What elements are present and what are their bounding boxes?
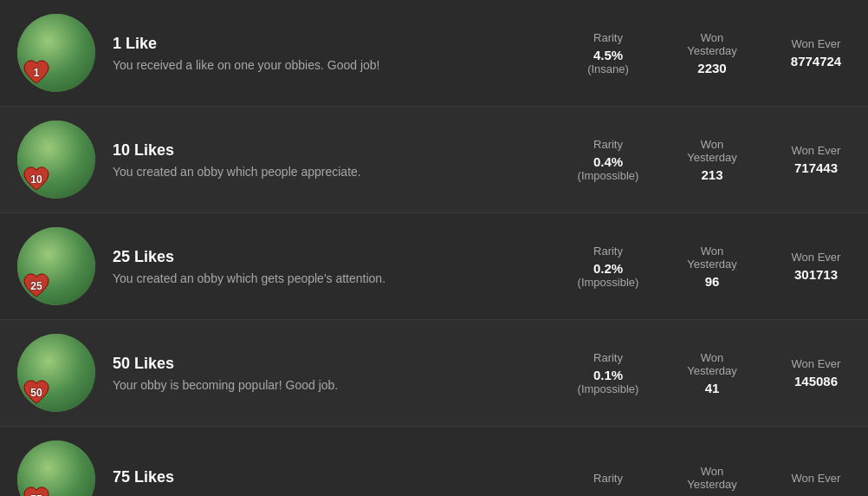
achievement-title: 75 Likes [113, 468, 573, 486]
badge-number: 10 [30, 173, 42, 186]
rarity-block: Rarity 0.1% (Impossible) [573, 351, 643, 395]
achievement-row: 10 10 LikesYou created an obby which peo… [0, 107, 868, 213]
rarity-value: 0.1% [573, 368, 643, 382]
rarity-block: Rarity 4.5% (Insane) [573, 31, 643, 75]
won-ever-block: Won Ever 717443 [781, 144, 851, 175]
won-yesterday-block: WonYesterday 41 [677, 351, 747, 395]
won-ever-label: Won Ever [781, 251, 851, 264]
won-yesterday-block: WonYesterday 2230 [677, 31, 747, 75]
achievement-stats: Rarity 4.5% (Insane) WonYesterday 2230 W… [573, 31, 851, 75]
badge-number: 1 [34, 67, 40, 79]
avatar-container: 50 [17, 334, 95, 412]
won-yesterday-block: WonYesterday 213 [677, 138, 747, 182]
won-ever-value: 8774724 [781, 54, 851, 69]
avatar-container: 25 [17, 227, 95, 305]
rarity-label: Rarity [573, 245, 643, 258]
avatar-container: 10 [17, 121, 95, 199]
achievement-title: 25 Likes [113, 248, 573, 266]
won-ever-block: Won Ever 145086 [781, 357, 851, 388]
won-ever-label: Won Ever [781, 472, 851, 485]
achievement-title: 10 Likes [113, 141, 573, 160]
rarity-block: Rarity 0.4% (Impossible) [573, 138, 643, 182]
won-yesterday-block: WonYesterday 96 [677, 245, 747, 289]
achievement-info: 75 Likes [113, 468, 573, 492]
achievement-description: You created an obby which gets people's … [113, 271, 573, 285]
won-ever-label: Won Ever [781, 37, 851, 50]
achievements-list: 1 1 LikeYou received a like on one your … [0, 0, 868, 496]
won-yesterday-label: WonYesterday [677, 465, 747, 491]
avatar-container: 1 [17, 14, 95, 92]
won-ever-value: 301713 [781, 267, 851, 282]
achievement-stats: Rarity WonYesterday Won Ever [573, 465, 851, 494]
won-yesterday-value: 96 [677, 274, 747, 289]
rarity-tier: (Impossible) [573, 169, 643, 182]
rarity-label: Rarity [573, 31, 643, 44]
rarity-value: 0.4% [573, 154, 643, 169]
won-ever-label: Won Ever [781, 144, 851, 157]
achievement-description: You created an obby which people appreci… [113, 165, 573, 179]
badge-number: 25 [30, 280, 42, 292]
won-ever-block: Won Ever [781, 472, 851, 488]
won-ever-block: Won Ever 301713 [781, 251, 851, 282]
achievement-description: You received a like on one your obbies. … [113, 58, 573, 72]
won-yesterday-value: 2230 [677, 61, 747, 75]
heart-badge: 75 [21, 484, 52, 496]
achievement-stats: Rarity 0.4% (Impossible) WonYesterday 21… [573, 138, 851, 182]
won-yesterday-label: WonYesterday [677, 351, 747, 377]
rarity-tier: (Impossible) [573, 382, 643, 395]
rarity-value: 0.2% [573, 261, 643, 276]
won-yesterday-value: 41 [677, 381, 747, 395]
won-yesterday-value: 213 [677, 167, 747, 182]
won-yesterday-block: WonYesterday [677, 465, 747, 494]
rarity-label: Rarity [573, 351, 643, 364]
won-yesterday-label: WonYesterday [677, 245, 747, 271]
achievement-stats: Rarity 0.2% (Impossible) WonYesterday 96… [573, 245, 851, 289]
badge-number: 50 [30, 387, 42, 399]
achievement-title: 1 Like [113, 35, 573, 53]
achievement-row: 1 1 LikeYou received a like on one your … [0, 0, 868, 107]
won-ever-block: Won Ever 8774724 [781, 37, 851, 69]
rarity-tier: (Insane) [573, 62, 643, 75]
rarity-value: 4.5% [573, 48, 643, 62]
achievement-row: 25 25 LikesYou created an obby which get… [0, 213, 868, 320]
won-ever-value: 145086 [781, 374, 851, 388]
achievement-description: Your obby is becoming popular! Good job. [113, 378, 573, 392]
avatar-container: 75 [17, 441, 95, 496]
won-ever-value: 717443 [781, 160, 851, 175]
achievement-info: 25 LikesYou created an obby which gets p… [113, 248, 573, 285]
heart-badge: 25 [21, 271, 52, 302]
achievement-info: 10 LikesYou created an obby which people… [113, 141, 573, 179]
achievement-title: 50 Likes [113, 355, 573, 373]
heart-badge: 50 [21, 377, 52, 408]
won-ever-label: Won Ever [781, 357, 851, 370]
achievement-row: 50 50 LikesYour obby is becoming popular… [0, 320, 868, 427]
achievement-info: 1 LikeYou received a like on one your ob… [113, 35, 573, 72]
won-yesterday-label: WonYesterday [677, 31, 747, 57]
achievement-stats: Rarity 0.1% (Impossible) WonYesterday 41… [573, 351, 851, 395]
rarity-label: Rarity [573, 138, 643, 151]
rarity-label: Rarity [573, 472, 643, 485]
achievement-row: 75 75 Likes Rarity WonYesterday Won Ever [0, 427, 868, 496]
rarity-tier: (Impossible) [573, 276, 643, 289]
heart-badge: 10 [21, 164, 52, 195]
rarity-block: Rarity [573, 472, 643, 488]
heart-badge: 1 [21, 57, 52, 88]
won-yesterday-label: WonYesterday [677, 138, 747, 164]
rarity-block: Rarity 0.2% (Impossible) [573, 245, 643, 289]
achievement-info: 50 LikesYour obby is becoming popular! G… [113, 355, 573, 392]
